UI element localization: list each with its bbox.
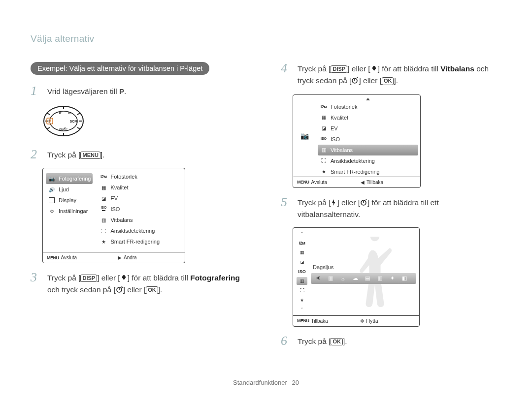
step-number: 2 (31, 148, 41, 161)
star-icon: ★ (297, 296, 307, 304)
iso-icon: ISO (320, 135, 328, 143)
quality-icon: ▦ (320, 114, 328, 122)
lcd-menu-screenshot-2: 📷 I2мFotostorlek ▦Kvalitet ◪EV ISOISO ▥V… (293, 94, 421, 188)
wb-sun-icon: ☼ (338, 275, 347, 282)
macro-down-icon (370, 64, 378, 75)
menu-icon: MENU (297, 318, 309, 323)
submenu-fotostorlek: I2мFotostorlek (98, 171, 183, 182)
size-icon: I2м (320, 103, 328, 111)
label: Fotostorlek (331, 104, 357, 110)
label: Fotografering (59, 176, 91, 182)
submenu-ev: ◪EV (318, 123, 418, 134)
display-icon (48, 196, 56, 204)
t: Tryck på [ (298, 64, 331, 73)
label: Display (59, 197, 76, 203)
example-tag: Exempel: Välja ett alternativ för vitbal… (31, 62, 209, 75)
svg-text:✿: ✿ (68, 111, 71, 115)
iso-icon: ISO▬ (100, 205, 107, 213)
gear-icon: ⚙ (48, 207, 56, 215)
wb-icon: ▥ (320, 146, 328, 154)
iso-icon: ISO (297, 268, 307, 276)
wb-daylight-icon: ☀ (314, 275, 323, 282)
label: Vitbalans (110, 217, 133, 223)
footer-left: Avsluta (61, 255, 77, 260)
t: Tryck på [ (298, 198, 331, 207)
footer-page-number: 20 (292, 379, 299, 386)
label: EV (331, 125, 338, 131)
ok-button-label: OK (382, 77, 394, 85)
ev-icon: ◪ (100, 194, 107, 202)
page-footer: Standardfunktioner 20 (0, 379, 532, 386)
submenu-ev: ◪EV (98, 193, 183, 204)
up-caret-icon: ˆ (297, 230, 307, 238)
mode-dial-illustration: P SCN DUAL ✿ ✿ (42, 104, 251, 139)
speaker-icon: 🔊 (48, 185, 56, 193)
camera-icon: 📷 (48, 175, 56, 183)
t: ] eller [ (97, 274, 120, 282)
wb-auto-icon: ▥ (326, 275, 335, 282)
face-detect-icon: ⛶ (100, 227, 107, 235)
label: ISO (331, 136, 340, 142)
t: ] för att bläddra till (128, 274, 191, 282)
star-icon: ★ (100, 238, 107, 246)
wb-icon-selected: ▥ (297, 277, 307, 285)
disp-button-label: DISP (80, 275, 97, 282)
disp-button-label: DISP (331, 65, 347, 73)
menu-item-installningar: ⚙ Inställningar (46, 206, 93, 216)
ev-icon: ◪ (320, 124, 328, 132)
wb-fluorescent-l-icon: ▥ (375, 275, 384, 282)
face-detect-icon: ⛶ (320, 157, 328, 165)
t: ]. (394, 76, 398, 85)
wb-custom-icon: ◧ (400, 275, 409, 282)
footer-right: Ändra (124, 255, 137, 260)
submenu-iso: ISO▬ISO (98, 204, 183, 215)
t: ] eller [ (123, 285, 146, 294)
step-text-pre: Vrid lägesväljaren till (47, 87, 119, 95)
wb-option-strip: ☀ ▥ ☼ ☁ ▤ ▥ ✦ ◧ (311, 273, 416, 284)
quality-icon: ▦ (100, 184, 107, 191)
label: Inställningar (59, 208, 88, 214)
step-4: 4 Tryck på [DISP] eller [] för att blädd… (281, 62, 501, 88)
label: EV (110, 195, 118, 201)
face-detect-icon: ⛶ (297, 286, 307, 294)
lcd-wb-screenshot: ˆ I2м ▦ ◪ ISO ▥ ⛶ ★ ˇ Dagsljus ☀ ▥ ☼ ☁ ▤ (293, 227, 420, 327)
svg-text:P: P (48, 119, 51, 123)
submenu-fotostorlek: I2мFotostorlek (318, 101, 418, 112)
submenu-kvalitet: ▦Kvalitet (98, 182, 183, 193)
lcd-menu-screenshot-1: 📷 Fotografering 🔊 Ljud Display ⚙ Inställ… (42, 168, 185, 263)
menu-icon: MENU (47, 255, 59, 260)
footer-right: Flytta (366, 318, 378, 324)
t: ]. (158, 285, 163, 294)
star-icon: ★ (320, 168, 328, 176)
timer-right-icon (116, 285, 123, 296)
step-number: 4 (281, 62, 292, 88)
submenu-iso: ISOISO (318, 134, 418, 145)
wb-icon: ▥ (100, 216, 107, 224)
footer-right: Tillbaka (366, 180, 383, 185)
up-arrow-icon (366, 98, 370, 100)
wb-fluorescent-h-icon: ▤ (363, 275, 372, 282)
wb-cloudy-icon: ☁ (351, 275, 360, 282)
t: ] eller [ (347, 64, 370, 73)
t: ] eller [ (359, 76, 382, 85)
left-column: Exempel: Välja ett alternativ för vitbal… (31, 62, 251, 354)
label: Smart FR-redigering (331, 169, 380, 175)
svg-text:SCN: SCN (70, 120, 77, 123)
timer-right-icon (360, 198, 367, 209)
t: ]. (100, 151, 105, 159)
label: Vitbalans (331, 147, 353, 153)
step-text: Tryck på [] eller [] för att bläddra til… (298, 196, 501, 220)
t: ] för att bläddra till (378, 64, 441, 73)
label: Smart FR-redigering (110, 239, 160, 245)
step-number: 6 (281, 335, 292, 347)
flash-left-icon (331, 198, 337, 209)
step-2: 2 Tryck på [MENU]. (31, 148, 251, 161)
label: Ljud (59, 186, 69, 192)
menu-item-fotografering: 📷 Fotografering (46, 173, 93, 184)
ok-button-label: OK (331, 338, 343, 345)
step-1: 1 Vrid lägesväljaren till P. (31, 85, 251, 97)
submenu-kvalitet: ▦Kvalitet (318, 112, 418, 123)
wb-tungsten-icon: ✦ (388, 275, 397, 282)
step-text-post: . (124, 87, 126, 95)
menu-button-label: MENU (80, 152, 100, 159)
